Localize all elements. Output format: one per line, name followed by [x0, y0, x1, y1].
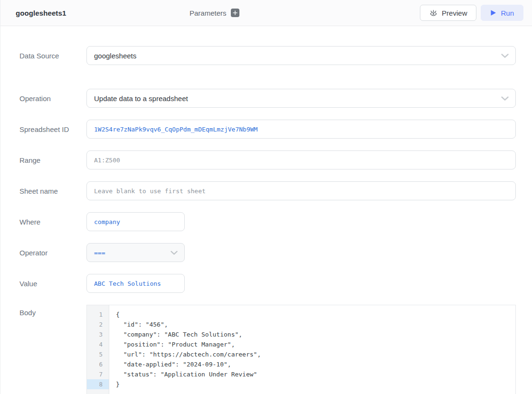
code-line[interactable]: "url": "https://abctech.com/careers",	[116, 349, 515, 359]
field-row-operation: Operation Update data to a spreadsheet	[19, 89, 516, 108]
code-line[interactable]: "status": "Application Under Review"	[116, 369, 515, 379]
run-button-label: Run	[501, 9, 514, 17]
line-number: 3	[87, 329, 109, 339]
preview-button-label: Preview	[442, 9, 467, 17]
preview-button[interactable]: Preview	[420, 5, 476, 21]
range-input[interactable]	[86, 150, 516, 169]
spreadsheet-id-label: Spreadsheet ID	[19, 125, 86, 133]
value-input[interactable]	[86, 274, 185, 293]
field-row-range: Range	[19, 150, 516, 169]
sheet-name-input[interactable]	[86, 181, 516, 200]
line-number: 4	[87, 339, 109, 349]
code-line[interactable]: }	[116, 379, 515, 389]
query-header: googlesheets1 Parameters Preview Run	[0, 0, 532, 26]
eye-icon	[429, 9, 437, 17]
chevron-down-icon	[501, 96, 509, 101]
parameters-section: Parameters	[9, 9, 420, 17]
play-icon	[490, 9, 496, 16]
operation-value: Update data to a spreadsheet	[94, 94, 188, 103]
field-row-operator: Operator ===	[19, 243, 516, 262]
field-row-sheet-name: Sheet name	[19, 181, 516, 200]
code-lines[interactable]: { "id": "456", "company": "ABC Tech Solu…	[109, 305, 515, 394]
where-label: Where	[19, 218, 86, 226]
code-line[interactable]: "position": "Product Manager",	[116, 339, 515, 349]
line-number: 6	[87, 359, 109, 369]
run-button[interactable]: Run	[481, 5, 523, 21]
operator-value: ===	[94, 249, 105, 256]
line-number: 2	[87, 319, 109, 329]
line-number: 8	[87, 379, 109, 389]
where-input[interactable]	[86, 212, 185, 231]
chevron-down-icon	[501, 54, 509, 58]
body-label: Body	[19, 305, 86, 317]
data-source-value: googlesheets	[94, 52, 136, 60]
sheet-name-label: Sheet name	[19, 187, 86, 195]
operation-label: Operation	[19, 94, 86, 103]
parameters-label: Parameters	[190, 9, 227, 17]
field-row-where: Where	[19, 212, 516, 231]
line-number: 7	[87, 369, 109, 379]
header-actions: Preview Run	[420, 5, 523, 21]
range-label: Range	[19, 156, 86, 164]
code-line[interactable]: {	[116, 310, 515, 319]
operator-select[interactable]: ===	[86, 243, 185, 262]
code-line[interactable]: "id": "456",	[116, 319, 515, 329]
plus-icon	[233, 10, 238, 15]
body-code-editor[interactable]: 12345678 { "id": "456", "company": "ABC …	[86, 305, 516, 394]
field-row-value: Value	[19, 274, 516, 293]
value-label: Value	[19, 280, 86, 288]
data-source-select[interactable]: googlesheets	[86, 46, 516, 65]
line-number-gutter: 12345678	[87, 305, 109, 394]
chevron-down-icon	[171, 251, 178, 255]
operator-label: Operator	[19, 249, 86, 257]
field-row-spreadsheet-id: Spreadsheet ID	[19, 120, 516, 139]
add-parameter-button[interactable]	[231, 9, 239, 17]
line-number: 5	[87, 349, 109, 359]
spreadsheet-id-input[interactable]	[86, 120, 516, 139]
field-row-data-source: Data Source googlesheets	[19, 46, 516, 65]
field-row-body: Body 12345678 { "id": "456", "company": …	[19, 305, 516, 394]
line-number: 1	[87, 310, 109, 319]
code-line[interactable]: "date-applied": "2024-09-10",	[116, 359, 515, 369]
query-form: Data Source googlesheets Operation Updat…	[0, 26, 532, 394]
data-source-label: Data Source	[19, 52, 86, 60]
code-line[interactable]: "company": "ABC Tech Solutions",	[116, 329, 515, 339]
operation-select[interactable]: Update data to a spreadsheet	[86, 89, 516, 108]
